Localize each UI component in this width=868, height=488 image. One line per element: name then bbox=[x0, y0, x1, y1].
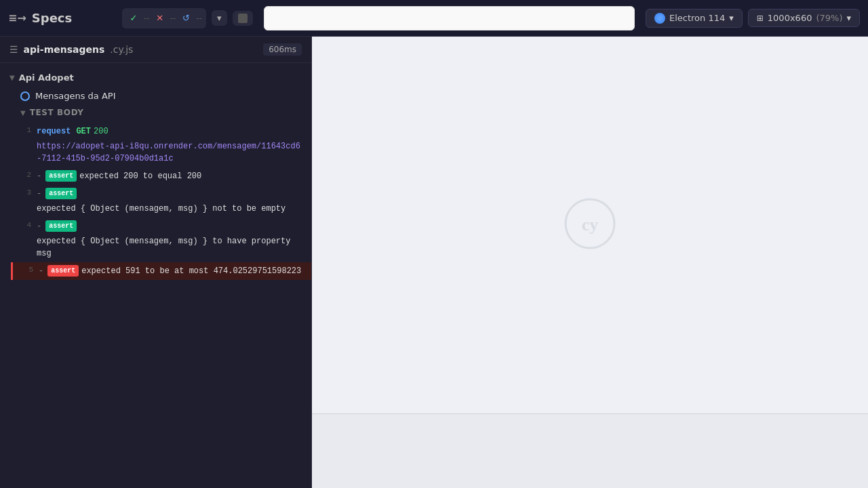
command-log: 1 request GET 200 https://adopet-api-i8q… bbox=[11, 120, 311, 283]
file-header: ☰ api-mensagens .cy.js 606ms bbox=[0, 37, 311, 63]
cmd-content-5: - assert expected 591 to be at most 474.… bbox=[39, 265, 304, 277]
describe-arrow: ▼ bbox=[9, 74, 15, 81]
browser-label: Electron 114 bbox=[669, 13, 725, 23]
right-panel: cy bbox=[312, 37, 868, 488]
viewport-percent: (79%) bbox=[816, 13, 842, 23]
inner-describe-block: ▼ TEST BODY 1 request GET 200 https://ad… bbox=[0, 105, 311, 283]
file-ext: .cy.js bbox=[110, 44, 133, 55]
specs-icon: ≡→ bbox=[8, 12, 26, 24]
top-bar: ≡→ Specs ✓ -- ✕ -- ↺ -- ▾ Electron 114 ▾… bbox=[0, 0, 868, 37]
specs-label: Specs bbox=[32, 11, 72, 25]
electron-icon bbox=[654, 13, 665, 24]
left-panel: ☰ api-mensagens .cy.js 606ms ▼ Api Adope… bbox=[0, 37, 312, 488]
file-title: ☰ api-mensagens .cy.js bbox=[9, 44, 133, 55]
main-area: ☰ api-mensagens .cy.js 606ms ▼ Api Adope… bbox=[0, 37, 868, 488]
cmd-text-3: expected { Object (mensagem, msg) } not … bbox=[37, 203, 285, 215]
stop-icon bbox=[238, 14, 248, 23]
cmd-text-5: expected 591 to be at most 474.025297515… bbox=[81, 265, 301, 277]
divider-2: -- bbox=[170, 14, 176, 23]
inner-describe-arrow: ▼ bbox=[20, 109, 26, 117]
stop-button[interactable] bbox=[233, 11, 253, 26]
preview-bottom bbox=[312, 413, 868, 488]
cmd-content-2: - assert expected 200 to equal 200 bbox=[37, 170, 304, 182]
cy-watermark: cy bbox=[563, 197, 617, 253]
browser-selector[interactable]: Electron 114 ▾ bbox=[646, 9, 743, 28]
cmd-number-3: 3 bbox=[20, 188, 31, 197]
cmd-method: GET bbox=[76, 125, 91, 138]
browser-chevron: ▾ bbox=[729, 13, 734, 23]
toolbar-dropdown[interactable]: ▾ bbox=[212, 10, 227, 26]
describe-header[interactable]: ▼ Api Adopet bbox=[0, 68, 311, 87]
file-name: api-mensagens bbox=[24, 44, 105, 55]
assert-badge-3: assert bbox=[45, 188, 77, 199]
cmd-content-4: - assert expected { Object (mensagem, ms… bbox=[37, 220, 304, 260]
cmd-text-2: expected 200 to equal 200 bbox=[79, 170, 201, 182]
cmd-content-1: request GET 200 https://adopet-api-i8qu.… bbox=[37, 125, 304, 165]
test-status-running-icon bbox=[20, 92, 30, 101]
inner-describe-header[interactable]: ▼ TEST BODY bbox=[11, 105, 311, 120]
cmd-number-4: 4 bbox=[20, 220, 31, 229]
cmd-url: https://adopet-api-i8qu.onrender.com/men… bbox=[37, 140, 304, 165]
assert-badge-2: assert bbox=[45, 170, 77, 182]
viewport-size: 1000x660 bbox=[768, 13, 812, 23]
cross-button[interactable]: ✕ bbox=[153, 11, 167, 26]
cmd-row-3[interactable]: 3 - assert expected { Object (mensagem, … bbox=[11, 185, 311, 218]
dropdown-arrow: ▾ bbox=[217, 13, 222, 23]
cmd-name-request: request bbox=[37, 125, 71, 138]
file-duration: 606ms bbox=[263, 43, 302, 56]
viewport-selector[interactable]: ⊞ 1000x660 (79%) ▾ bbox=[748, 9, 860, 27]
viewport-chevron: ▾ bbox=[846, 13, 851, 23]
divider-3: -- bbox=[196, 14, 202, 23]
url-bar[interactable] bbox=[264, 6, 635, 30]
inner-describe-label: TEST BODY bbox=[30, 108, 84, 117]
describe-block: ▼ Api Adopet Mensagens da API ▼ TEST BOD… bbox=[0, 63, 311, 288]
cmd-row-2[interactable]: 2 - assert expected 200 to equal 200 bbox=[11, 167, 311, 185]
cmd-row-1[interactable]: 1 request GET 200 https://adopet-api-i8q… bbox=[11, 123, 311, 167]
cmd-dash-5: - bbox=[39, 265, 43, 277]
cmd-text-4: expected { Object (mensagem, msg) } to h… bbox=[37, 235, 304, 260]
svg-text:cy: cy bbox=[582, 215, 599, 235]
preview-area: cy bbox=[312, 37, 868, 413]
cmd-row-5[interactable]: 5 - assert expected 591 to be at most 47… bbox=[11, 262, 311, 280]
cmd-dash-3: - bbox=[37, 188, 41, 200]
cmd-number-2: 2 bbox=[20, 170, 31, 179]
cmd-status-code: 200 bbox=[94, 125, 108, 138]
assert-badge-5-fail: assert bbox=[47, 265, 79, 277]
toolbar-buttons: ✓ -- ✕ -- ↺ -- bbox=[122, 8, 206, 28]
file-icon: ☰ bbox=[9, 44, 18, 55]
assert-badge-4: assert bbox=[45, 220, 77, 232]
test-row-mensagens[interactable]: Mensagens da API bbox=[0, 87, 311, 105]
cmd-row-4[interactable]: 4 - assert expected { Object (mensagem, … bbox=[11, 218, 311, 262]
right-controls: Electron 114 ▾ ⊞ 1000x660 (79%) ▾ bbox=[646, 9, 860, 28]
describe-label: Api Adopet bbox=[19, 73, 74, 83]
cmd-dash-2: - bbox=[37, 170, 41, 182]
cmd-content-3: - assert expected { Object (mensagem, ms… bbox=[37, 188, 304, 215]
cmd-number-5: 5 bbox=[22, 265, 33, 274]
check-button[interactable]: ✓ bbox=[126, 11, 141, 26]
viewport-icon: ⊞ bbox=[757, 14, 764, 23]
specs-logo[interactable]: ≡→ Specs bbox=[8, 11, 117, 25]
refresh-button[interactable]: ↺ bbox=[178, 11, 193, 26]
cmd-number-1: 1 bbox=[20, 125, 31, 134]
divider-1: -- bbox=[144, 14, 150, 23]
test-label-mensagens: Mensagens da API bbox=[35, 91, 116, 101]
cy-logo-svg: cy bbox=[563, 197, 617, 251]
cmd-dash-4: - bbox=[37, 220, 41, 232]
